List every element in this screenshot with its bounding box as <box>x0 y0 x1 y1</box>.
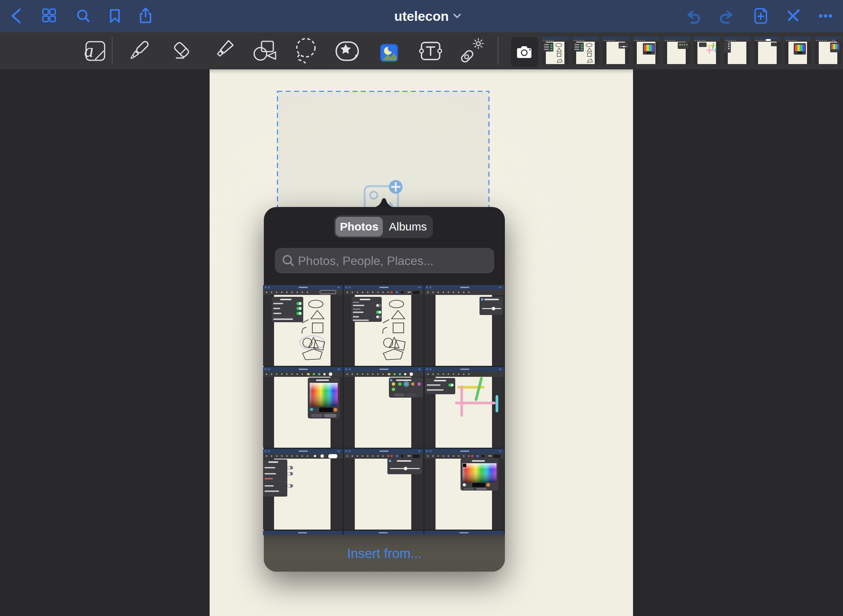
svg-text:a: a <box>84 40 94 61</box>
